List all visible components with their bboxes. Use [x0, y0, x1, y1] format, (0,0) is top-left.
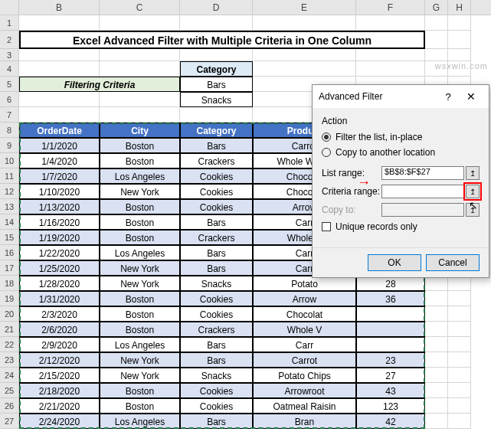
row-header[interactable]: 24: [0, 368, 18, 383]
table-cell[interactable]: Cookies: [180, 398, 253, 414]
table-cell[interactable]: Bars: [180, 337, 253, 352]
table-cell[interactable]: Boston: [100, 322, 180, 337]
table-cell[interactable]: 1/22/2020: [19, 245, 100, 260]
table-cell[interactable]: Crackers: [180, 322, 253, 337]
table-cell[interactable]: 28: [356, 276, 425, 291]
row-header[interactable]: 13: [0, 199, 18, 214]
collapse-icon[interactable]: ↥: [466, 185, 480, 198]
table-cell[interactable]: 2/12/2020: [19, 352, 100, 368]
col-header-h[interactable]: H: [448, 0, 471, 15]
table-cell[interactable]: Cookies: [180, 291, 253, 306]
row-header[interactable]: 17: [0, 260, 18, 276]
row-header[interactable]: 22: [0, 337, 18, 352]
help-icon[interactable]: ?: [437, 91, 460, 103]
table-cell[interactable]: Bars: [180, 245, 253, 260]
table-cell[interactable]: 27: [356, 368, 425, 383]
list-range-input[interactable]: $B$8:$F$27: [381, 166, 464, 180]
row-header[interactable]: 14: [0, 214, 18, 230]
unique-records-checkbox[interactable]: Unique records only: [322, 221, 480, 232]
table-cell[interactable]: Crackers: [180, 230, 253, 245]
table-cell[interactable]: Cookies: [180, 168, 253, 184]
table-cell[interactable]: 2/21/2020: [19, 398, 100, 414]
table-cell[interactable]: Bars: [180, 260, 253, 276]
table-cell[interactable]: Bars: [180, 138, 253, 153]
table-cell[interactable]: 1/1/2020: [19, 138, 100, 153]
table-cell[interactable]: Bars: [180, 414, 253, 429]
collapse-icon[interactable]: ↥: [466, 203, 480, 217]
row-header[interactable]: 18: [0, 276, 18, 291]
table-cell[interactable]: Oatmeal Raisin: [253, 398, 356, 414]
table-cell[interactable]: Boston: [100, 306, 180, 322]
table-cell[interactable]: 2/18/2020: [19, 383, 100, 398]
table-cell[interactable]: New York: [100, 276, 180, 291]
cancel-button[interactable]: Cancel: [426, 254, 480, 271]
table-cell[interactable]: [356, 306, 425, 322]
row-header[interactable]: 2: [0, 31, 18, 49]
row-header[interactable]: 27: [0, 414, 18, 429]
row-header[interactable]: 3: [0, 49, 18, 61]
row-header[interactable]: 11: [0, 168, 18, 184]
table-cell[interactable]: Boston: [100, 383, 180, 398]
table-cell[interactable]: [356, 322, 425, 337]
table-cell[interactable]: Los Angeles: [100, 414, 180, 429]
row-header[interactable]: 20: [0, 306, 18, 322]
row-header[interactable]: 21: [0, 322, 18, 337]
table-cell[interactable]: Cookies: [180, 184, 253, 199]
col-header-e[interactable]: E: [253, 0, 356, 15]
table-cell[interactable]: 2/9/2020: [19, 337, 100, 352]
table-cell[interactable]: New York: [100, 184, 180, 199]
table-cell[interactable]: Boston: [100, 199, 180, 214]
table-cell[interactable]: Potato Chips: [253, 368, 356, 383]
row-header[interactable]: 12: [0, 184, 18, 199]
table-cell[interactable]: 23: [356, 352, 425, 368]
table-cell[interactable]: Cookies: [180, 383, 253, 398]
table-cell[interactable]: 1/13/2020: [19, 199, 100, 214]
table-cell[interactable]: Cookies: [180, 306, 253, 322]
table-cell[interactable]: Boston: [100, 214, 180, 230]
table-cell[interactable]: Snacks: [180, 276, 253, 291]
row-header[interactable]: 19: [0, 291, 18, 306]
table-cell[interactable]: Boston: [100, 138, 180, 153]
criteria-range-input[interactable]: [381, 185, 464, 198]
table-cell[interactable]: 2/24/2020: [19, 414, 100, 429]
row-header[interactable]: 1: [0, 15, 18, 31]
table-cell[interactable]: Bars: [180, 214, 253, 230]
collapse-icon[interactable]: ↥: [466, 166, 480, 180]
table-cell[interactable]: 1/7/2020: [19, 168, 100, 184]
table-cell[interactable]: 36: [356, 291, 425, 306]
row-header[interactable]: 15: [0, 230, 18, 245]
ok-button[interactable]: OK: [368, 254, 421, 271]
row-header[interactable]: 7: [0, 107, 18, 123]
table-cell[interactable]: Bran: [253, 414, 356, 429]
table-cell[interactable]: Arrowroot: [253, 383, 356, 398]
table-cell[interactable]: Whole V: [253, 322, 356, 337]
table-cell[interactable]: Cookies: [180, 199, 253, 214]
row-header[interactable]: 4: [0, 61, 18, 77]
table-cell[interactable]: Carr: [253, 337, 356, 352]
table-cell[interactable]: Boston: [100, 230, 180, 245]
col-header-c[interactable]: C: [100, 0, 180, 15]
row-header[interactable]: 26: [0, 398, 18, 414]
row-header[interactable]: 9: [0, 138, 18, 153]
table-cell[interactable]: New York: [100, 368, 180, 383]
table-cell[interactable]: 2/3/2020: [19, 306, 100, 322]
dialog-titlebar[interactable]: Advanced Filter ? ✕: [313, 85, 489, 108]
table-cell[interactable]: Chocolat: [253, 306, 356, 322]
table-cell[interactable]: 1/4/2020: [19, 153, 100, 168]
table-cell[interactable]: 43: [356, 383, 425, 398]
col-header-d[interactable]: D: [180, 0, 253, 15]
table-cell[interactable]: 1/31/2020: [19, 291, 100, 306]
radio-copy-location[interactable]: Copy to another location: [322, 145, 480, 160]
table-cell[interactable]: 1/16/2020: [19, 214, 100, 230]
table-cell[interactable]: New York: [100, 352, 180, 368]
radio-filter-inplace[interactable]: Filter the list, in-place: [322, 129, 480, 145]
row-header[interactable]: 5: [0, 77, 18, 92]
table-cell[interactable]: 42: [356, 414, 425, 429]
col-header-f[interactable]: F: [356, 0, 425, 15]
table-cell[interactable]: 123: [356, 398, 425, 414]
close-icon[interactable]: ✕: [460, 90, 483, 103]
table-cell[interactable]: 2/15/2020: [19, 368, 100, 383]
table-cell[interactable]: New York: [100, 260, 180, 276]
col-header-g[interactable]: G: [425, 0, 448, 15]
table-cell[interactable]: Los Angeles: [100, 168, 180, 184]
